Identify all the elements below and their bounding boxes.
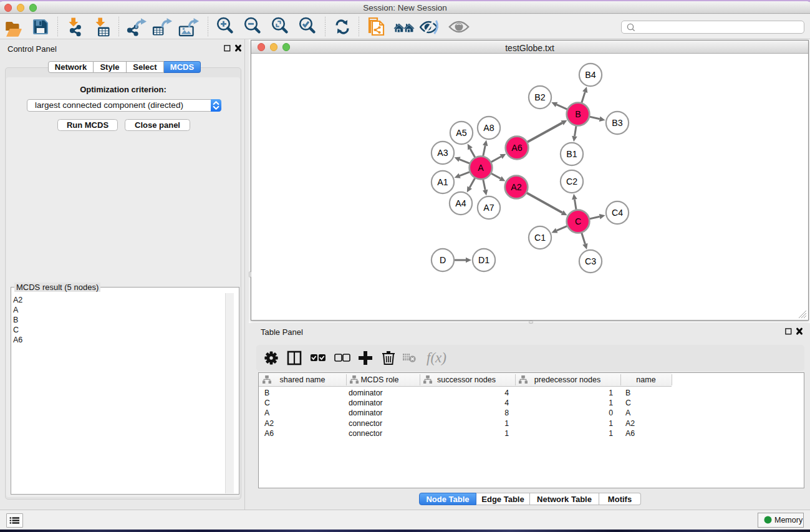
svg-text:B4: B4 (585, 70, 595, 80)
svg-text:f(x): f(x) (427, 350, 446, 365)
svg-text:C4: C4 (612, 208, 623, 218)
svg-text:C: C (575, 216, 581, 226)
svg-text:A1: A1 (437, 177, 448, 187)
svg-text:A3: A3 (437, 148, 448, 158)
svg-text:B2: B2 (534, 92, 545, 102)
svg-text:D1: D1 (478, 255, 489, 265)
svg-text:C2: C2 (566, 177, 577, 186)
svg-text:A5: A5 (456, 128, 466, 138)
svg-text:C1: C1 (534, 233, 546, 243)
svg-text:B: B (575, 109, 581, 119)
svg-text:C3: C3 (585, 256, 596, 266)
svg-text:B1: B1 (566, 149, 577, 159)
svg-text:B3: B3 (612, 118, 622, 128)
svg-text:A2: A2 (511, 182, 521, 192)
svg-text:A4: A4 (455, 198, 466, 208)
svg-text:A: A (478, 163, 484, 173)
svg-text:A6: A6 (511, 143, 522, 153)
svg-text:A7: A7 (483, 203, 494, 213)
svg-text:D: D (440, 255, 446, 265)
svg-text:A8: A8 (483, 123, 494, 133)
